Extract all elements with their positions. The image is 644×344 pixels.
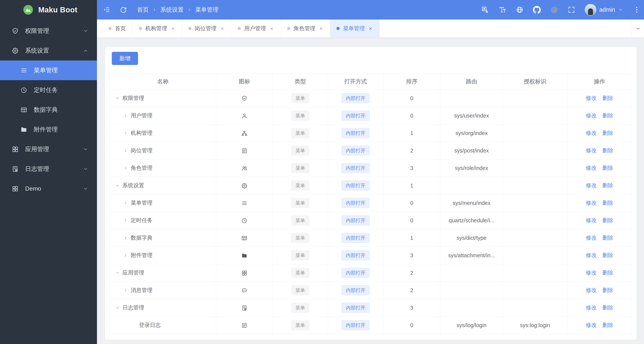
tab-status-dot — [108, 27, 112, 30]
edit-link[interactable]: 修改 — [586, 287, 597, 293]
sidebar-item-attachment[interactable]: 附件管理 — [0, 120, 97, 139]
sidebar-item-schedule[interactable]: 定时任务 — [0, 80, 97, 100]
delete-link[interactable]: 删除 — [602, 95, 613, 101]
delete-link[interactable]: 删除 — [602, 147, 613, 153]
tab-menu[interactable]: 菜单管理× — [330, 20, 380, 37]
close-icon[interactable]: × — [170, 25, 175, 32]
expand-chevron-down-icon[interactable] — [115, 96, 120, 101]
font-size-icon[interactable] — [498, 6, 506, 14]
edit-link[interactable]: 修改 — [586, 165, 597, 171]
edit-link[interactable]: 修改 — [586, 304, 597, 310]
menu-table: 名称图标类型打开方式排序路由授权标识操作 权限管理菜单内部打开0修改删除用户管理… — [110, 74, 632, 334]
delete-link[interactable]: 删除 — [602, 322, 613, 328]
expand-chevron-down-icon[interactable] — [115, 183, 120, 188]
tab-role[interactable]: 角色管理× — [281, 20, 330, 37]
ops-cell: 修改删除 — [567, 264, 632, 282]
delete-link[interactable]: 删除 — [602, 182, 613, 188]
expand-chevron-right-icon[interactable] — [123, 201, 128, 205]
add-button[interactable]: 新增 — [112, 52, 138, 65]
tab-org[interactable]: 机构管理× — [132, 20, 182, 37]
dict-table-icon — [20, 106, 28, 113]
edit-link[interactable]: 修改 — [586, 270, 597, 276]
expand-chevron-right-icon[interactable] — [123, 253, 128, 258]
type-tag: 菜单 — [292, 268, 309, 278]
expand-chevron-right-icon[interactable] — [123, 113, 128, 118]
sidebar-item-log[interactable]: 日志管理 — [0, 159, 97, 179]
type-tag: 菜单 — [292, 111, 309, 121]
sidebar-item-dict[interactable]: 数据字典 — [0, 100, 97, 120]
collapse-sidebar-icon[interactable] — [102, 6, 110, 14]
ops-cell: 修改删除 — [567, 212, 632, 229]
delete-link[interactable]: 删除 — [602, 287, 613, 293]
expand-chevron-right-icon[interactable] — [123, 288, 128, 293]
sidebar-item-app[interactable]: 应用管理 — [0, 139, 97, 159]
breadcrumb-item[interactable]: 系统设置 — [160, 6, 184, 14]
open-mode-tag: 内部打开 — [342, 320, 370, 330]
delete-link[interactable]: 删除 — [602, 235, 613, 241]
column-header: 打开方式 — [328, 74, 383, 90]
menu-type-cell: 菜单 — [272, 124, 328, 142]
globe-icon[interactable] — [516, 6, 524, 14]
close-icon[interactable]: × — [368, 25, 373, 32]
sort-cell: 0 — [383, 212, 440, 229]
breadcrumb-item[interactable]: 首页 — [137, 6, 149, 14]
github-icon[interactable] — [533, 6, 541, 14]
menu-icon-cell — [216, 90, 273, 107]
sidebar-item-perm[interactable]: 权限管理 — [0, 21, 97, 41]
kebab-menu-icon[interactable] — [633, 6, 640, 14]
menu-name: 日志管理 — [122, 304, 144, 311]
tab-post[interactable]: 岗位管理× — [182, 20, 232, 37]
sidebar-item-system[interactable]: 系统设置 — [0, 41, 97, 61]
expand-chevron-right-icon[interactable] — [123, 148, 128, 153]
translate-icon[interactable] — [481, 6, 489, 14]
breadcrumb-item[interactable]: 菜单管理 — [195, 6, 218, 14]
delete-link[interactable]: 删除 — [602, 200, 613, 206]
sidebar-item-label: 附件管理 — [34, 125, 58, 134]
auth-cell — [503, 247, 567, 264]
edit-link[interactable]: 修改 — [586, 217, 597, 223]
close-icon[interactable]: × — [220, 25, 225, 32]
expand-chevron-right-icon[interactable] — [123, 131, 128, 136]
auth-cell — [503, 229, 567, 247]
clock-icon — [20, 87, 28, 94]
refresh-icon[interactable] — [120, 6, 127, 14]
edit-link[interactable]: 修改 — [586, 112, 597, 118]
chevron-down-icon — [83, 166, 88, 172]
edit-link[interactable]: 修改 — [586, 200, 597, 206]
edit-link[interactable]: 修改 — [586, 147, 597, 153]
sidebar-item-menu[interactable]: 菜单管理 — [0, 61, 97, 80]
menu-icon-cell — [216, 229, 273, 247]
delete-link[interactable]: 删除 — [602, 165, 613, 171]
expand-chevron-down-icon[interactable] — [115, 305, 120, 310]
route-cell — [440, 90, 503, 107]
expand-chevron-right-icon[interactable] — [123, 235, 128, 240]
sidebar-item-demo[interactable]: Demo — [0, 179, 97, 199]
expand-chevron-down-icon[interactable] — [115, 270, 120, 275]
delete-link[interactable]: 删除 — [602, 112, 613, 118]
expand-chevron-right-icon[interactable] — [123, 218, 128, 223]
tab-home[interactable]: 首页 — [102, 20, 132, 37]
edit-link[interactable]: 修改 — [586, 130, 597, 136]
edit-link[interactable]: 修改 — [586, 322, 597, 328]
chevron-up-icon — [83, 48, 88, 54]
open-mode-tag: 内部打开 — [342, 285, 370, 295]
edit-link[interactable]: 修改 — [586, 182, 597, 188]
delete-link[interactable]: 删除 — [602, 252, 613, 258]
gitee-icon[interactable] — [550, 6, 558, 14]
delete-link[interactable]: 删除 — [602, 217, 613, 223]
tab-user[interactable]: 用户管理× — [231, 20, 281, 37]
close-icon[interactable]: × — [319, 25, 324, 32]
delete-link[interactable]: 删除 — [602, 270, 613, 276]
user-menu[interactable]: admin — [585, 4, 623, 16]
tab-dropdown-button[interactable] — [632, 20, 644, 37]
delete-link[interactable]: 删除 — [602, 130, 613, 136]
delete-link[interactable]: 删除 — [602, 304, 613, 310]
fullscreen-icon[interactable] — [568, 6, 575, 14]
edit-link[interactable]: 修改 — [586, 252, 597, 258]
edit-link[interactable]: 修改 — [586, 235, 597, 241]
expand-chevron-right-icon[interactable] — [123, 166, 128, 170]
edit-link[interactable]: 修改 — [586, 95, 597, 101]
app-logo[interactable]: Maku Boot — [0, 0, 97, 20]
close-icon[interactable]: × — [269, 25, 274, 32]
column-header: 名称 — [110, 74, 216, 90]
